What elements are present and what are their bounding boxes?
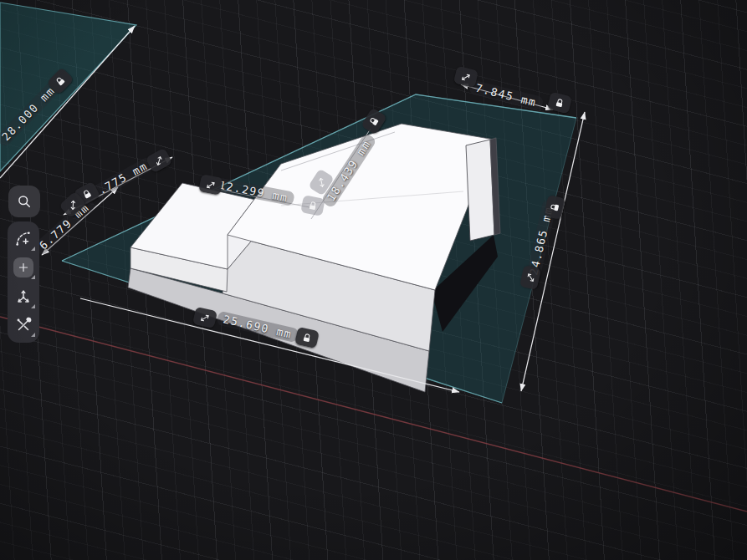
submenu-corner-indicator	[31, 333, 35, 337]
submenu-corner-indicator	[31, 304, 35, 308]
move-arrows-icon	[14, 288, 33, 306]
model-face-fin[interactable]	[466, 140, 494, 241]
cad-viewport[interactable]: 28.000 mm 7.845 mm .775 mm 6.779 mm 12.2…	[0, 0, 747, 560]
arc-plus-icon	[14, 230, 33, 248]
magnifier-icon	[16, 193, 33, 210]
move-tool-button[interactable]	[10, 283, 37, 310]
submenu-corner-indicator	[31, 247, 35, 251]
plus-icon	[16, 260, 31, 275]
submenu-corner-indicator	[31, 275, 35, 279]
search-button[interactable]	[8, 186, 40, 217]
wrench-icon	[14, 316, 33, 334]
tool-panel	[8, 221, 39, 343]
adjust-tools-button[interactable]	[10, 312, 37, 339]
arc-tool-button[interactable]	[10, 226, 37, 252]
construction-plane-left[interactable]	[0, 3, 136, 171]
add-tool-button[interactable]	[10, 254, 37, 281]
